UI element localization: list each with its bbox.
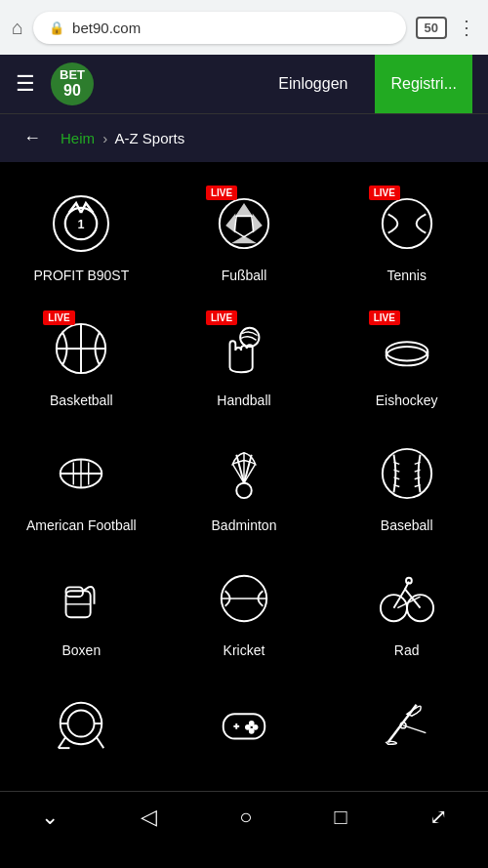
sport-label-american-football: American Football bbox=[26, 517, 137, 533]
svg-marker-7 bbox=[234, 216, 253, 236]
svg-line-23 bbox=[236, 455, 244, 483]
svg-point-39 bbox=[68, 710, 95, 736]
tab-count[interactable]: 50 bbox=[416, 17, 447, 39]
kricket-icon bbox=[210, 564, 278, 633]
svg-point-47 bbox=[254, 725, 258, 729]
login-button[interactable]: Einloggen bbox=[266, 67, 359, 101]
back-button[interactable]: ← bbox=[16, 124, 49, 152]
svg-point-49 bbox=[250, 729, 254, 733]
sport-label-basketball: Basketball bbox=[50, 393, 113, 408]
svg-point-28 bbox=[383, 449, 431, 498]
url-bar[interactable]: 🔒 bet90.com bbox=[33, 12, 405, 44]
live-badge-fussball: LIVE bbox=[206, 186, 237, 200]
navbar: ☰ BET 90 Einloggen Registri... bbox=[0, 55, 488, 113]
svg-marker-5 bbox=[254, 216, 262, 230]
browser-chrome: ⌂ 🔒 bet90.com 50 ⋮ bbox=[0, 0, 488, 55]
sport-label-fussball: Fußball bbox=[222, 268, 267, 283]
breadcrumb-home[interactable]: Heim bbox=[61, 130, 95, 146]
svg-point-8 bbox=[383, 199, 431, 248]
sport-label-boxen: Boxen bbox=[61, 642, 101, 658]
breadcrumb: Heim › A-Z Sports bbox=[61, 130, 184, 146]
sport-label-badminton: Badminton bbox=[212, 517, 277, 533]
logo-90-text: 90 bbox=[63, 82, 81, 100]
hamburger-icon[interactable]: ☰ bbox=[16, 71, 35, 97]
more-icon[interactable]: ⋮ bbox=[457, 16, 476, 39]
svg-marker-4 bbox=[227, 216, 235, 230]
bottom-chevron-down-icon[interactable]: ⌄ bbox=[41, 805, 59, 830]
sports-grid: 1 PROFIT B90ST LIVE Fußball bbox=[0, 162, 488, 791]
sport-item-gaming[interactable] bbox=[163, 672, 326, 781]
sport-label-handball: Handball bbox=[217, 393, 270, 408]
svg-point-14 bbox=[386, 342, 427, 360]
svg-marker-3 bbox=[236, 205, 251, 217]
sport-item-fussball[interactable]: LIVE Fußball bbox=[163, 172, 326, 297]
sport-item-american-football[interactable]: American Football bbox=[0, 422, 163, 547]
basketball-icon: LIVE bbox=[47, 314, 115, 383]
boxen-icon bbox=[47, 564, 115, 633]
sport-item-handball[interactable]: LIVE Handball bbox=[163, 297, 326, 422]
svg-rect-43 bbox=[224, 714, 265, 738]
sport-item-boxen[interactable]: Boxen bbox=[0, 547, 163, 672]
gaming-icon bbox=[210, 689, 278, 758]
eishockey-icon: LIVE bbox=[373, 314, 441, 383]
profit-icon: 1 bbox=[47, 189, 115, 258]
bottom-recent-icon[interactable]: □ bbox=[335, 805, 347, 830]
svg-point-13 bbox=[386, 347, 427, 365]
breadcrumb-bar: ← Heim › A-Z Sports bbox=[0, 113, 488, 162]
sport-label-rad: Rad bbox=[394, 642, 420, 658]
bottom-home-circle-icon[interactable]: ○ bbox=[239, 805, 252, 830]
bottom-fullscreen-icon[interactable]: ⤢ bbox=[429, 805, 447, 830]
live-badge-eishockey: LIVE bbox=[369, 310, 400, 325]
handball-icon: LIVE bbox=[210, 314, 278, 383]
svg-point-46 bbox=[250, 722, 254, 725]
tennis-icon: LIVE bbox=[373, 189, 441, 258]
url-text: bet90.com bbox=[72, 20, 141, 36]
sport-label-tennis: Tennis bbox=[386, 268, 426, 283]
svg-point-22 bbox=[236, 483, 251, 498]
sport-item-kricket[interactable]: Kricket bbox=[163, 547, 326, 672]
sport-item-badminton[interactable]: Badminton bbox=[163, 422, 326, 547]
sport-label-kricket: Kricket bbox=[224, 642, 265, 658]
sport-item-esports1[interactable] bbox=[0, 672, 163, 781]
breadcrumb-separator: › bbox=[102, 130, 107, 146]
home-icon[interactable]: ⌂ bbox=[12, 17, 23, 39]
svg-point-34 bbox=[381, 595, 407, 621]
live-badge-tennis: LIVE bbox=[369, 186, 400, 200]
sport-item-baseball[interactable]: Baseball bbox=[325, 422, 488, 547]
svg-marker-6 bbox=[234, 237, 253, 243]
sport-item-misc[interactable] bbox=[325, 672, 488, 781]
sport-item-rad[interactable]: Rad bbox=[325, 547, 488, 672]
breadcrumb-current: A-Z Sports bbox=[115, 130, 185, 146]
fussball-icon: LIVE bbox=[210, 189, 278, 258]
rad-icon bbox=[373, 564, 441, 633]
svg-line-24 bbox=[244, 455, 252, 483]
logo-bet-text: BET bbox=[60, 68, 85, 82]
sport-item-tennis[interactable]: LIVE Tennis bbox=[325, 172, 488, 297]
sport-label-eishockey: Eishockey bbox=[376, 393, 438, 408]
svg-point-48 bbox=[246, 725, 250, 729]
logo[interactable]: BET 90 bbox=[51, 62, 94, 105]
esports1-icon bbox=[47, 689, 115, 758]
bottom-nav: ⌄ ◁ ○ □ ⤢ bbox=[0, 791, 488, 842]
baseball-icon bbox=[373, 439, 441, 508]
sport-label-baseball: Baseball bbox=[381, 517, 433, 533]
american-football-icon bbox=[47, 439, 115, 508]
sport-item-eishockey[interactable]: LIVE Eishockey bbox=[325, 297, 488, 422]
sport-item-profit[interactable]: 1 PROFIT B90ST bbox=[0, 172, 163, 297]
live-badge-handball: LIVE bbox=[206, 310, 237, 325]
sport-label-profit: PROFIT B90ST bbox=[33, 268, 129, 283]
sport-item-basketball[interactable]: LIVE Basketball bbox=[0, 297, 163, 422]
bottom-back-icon[interactable]: ◁ bbox=[141, 805, 157, 830]
lock-icon: 🔒 bbox=[49, 21, 64, 35]
svg-point-36 bbox=[406, 578, 412, 584]
badminton-icon bbox=[210, 439, 278, 508]
misc-icon bbox=[373, 689, 441, 758]
live-badge-basketball: LIVE bbox=[43, 310, 74, 325]
register-button[interactable]: Registri... bbox=[375, 55, 472, 113]
svg-point-35 bbox=[407, 595, 433, 621]
